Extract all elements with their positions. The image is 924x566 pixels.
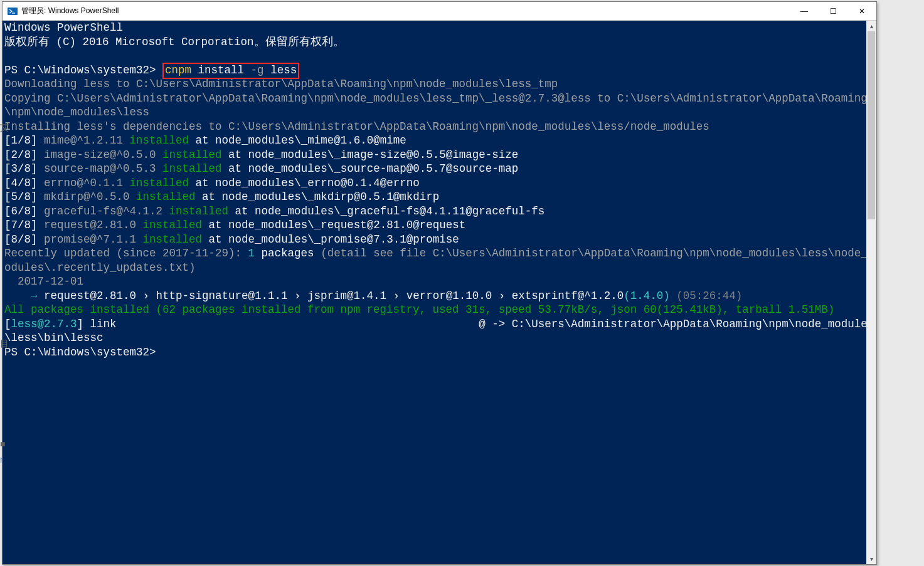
all-installed: All packages installed (62 packages inst…: [4, 303, 834, 316]
prompt: PS C:\Windows\system32>: [4, 64, 162, 76]
close-button[interactable]: ✕: [847, 2, 876, 21]
install-list: [1/8] mime@^1.2.11 installed at node_mod…: [4, 134, 544, 246]
background-artifact: 艾 目 ■ r: [0, 0, 2, 566]
ps-copyright: 版权所有 (C) 2016 Microsoft Corporation。保留所有…: [4, 36, 344, 48]
highlighted-command: cnpm install -g less: [162, 63, 299, 79]
cmd-name: cnpm: [165, 64, 191, 76]
vertical-scrollbar[interactable]: ▴ ▾: [866, 21, 876, 564]
powershell-window: 管理员: Windows PowerShell — ☐ ✕ Windows Po…: [2, 1, 877, 565]
window-title: 管理员: Windows PowerShell: [21, 6, 790, 16]
cmd-target: less: [270, 64, 297, 76]
link-pkg: less@2.7.3: [11, 318, 77, 330]
maximize-button[interactable]: ☐: [819, 2, 847, 21]
link-close: ]: [77, 318, 84, 330]
chain-arrow: →: [4, 290, 44, 302]
chain-time: (05:26:44): [670, 290, 743, 302]
recently-mid: packages: [255, 247, 321, 259]
ps-header: Windows PowerShell: [4, 21, 123, 34]
chain-text: request@2.81.0 › http-signature@1.1.1 › …: [44, 290, 624, 302]
installing-line: Installing less's dependencies to C:\Use…: [4, 120, 709, 133]
powershell-icon: [8, 6, 18, 16]
link-spaces: [117, 318, 479, 330]
terminal-output: Windows PowerShell 版权所有 (C) 2016 Microso…: [4, 21, 874, 359]
scroll-track[interactable]: [866, 31, 876, 553]
scroll-down-button[interactable]: ▾: [866, 553, 876, 564]
link-open: [: [4, 318, 11, 330]
copying-line: Copying C:\Users\Administrator\AppData\R…: [4, 92, 868, 119]
titlebar[interactable]: 管理员: Windows PowerShell — ☐ ✕: [3, 2, 876, 21]
prompt-final: PS C:\Windows\system32>: [4, 346, 162, 359]
minimize-button[interactable]: —: [790, 2, 819, 21]
chain-ver: (1.4.0): [624, 290, 670, 302]
link-word: link: [83, 318, 117, 330]
date-line: 2017-12-01: [4, 275, 83, 288]
cmd-flag: -g: [251, 64, 264, 76]
cmd-arg: install: [198, 64, 245, 76]
recently-num: 1: [248, 247, 255, 259]
scroll-thumb[interactable]: [868, 31, 875, 219]
recently-pre: Recently updated (since 2017-11-29):: [4, 247, 248, 259]
scroll-up-button[interactable]: ▴: [866, 21, 876, 31]
downloading-line: Downloading less to C:\Users\Administrat…: [4, 78, 558, 90]
terminal-area[interactable]: Windows PowerShell 版权所有 (C) 2016 Microso…: [3, 21, 876, 564]
